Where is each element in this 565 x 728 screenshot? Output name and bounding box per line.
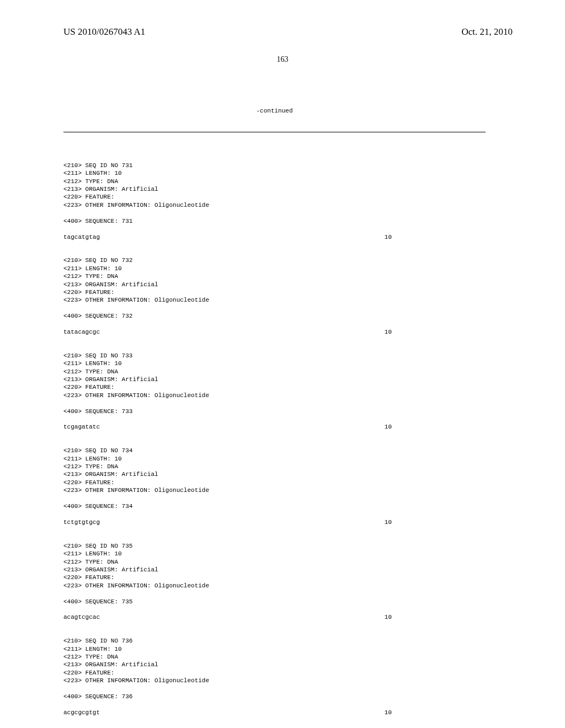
seq-type-line: <212> TYPE: DNA <box>63 653 486 661</box>
sequence-data-line: tctgtgtgcg10 <box>63 518 392 526</box>
seq-feature-line: <220> FEATURE: <box>63 383 486 391</box>
seq-type-line: <212> TYPE: DNA <box>63 178 486 185</box>
seq-length-line: <211> LENGTH: 10 <box>63 645 486 653</box>
blank-line <box>63 511 486 518</box>
sequence-entry: <210> SEQ ID NO 731<211> LENGTH: 10<212>… <box>63 162 486 249</box>
seq-otherinfo-line: <223> OTHER INFORMATION: Oligonucleotide <box>63 201 486 209</box>
sequence-entry: <210> SEQ ID NO 733<211> LENGTH: 10<212>… <box>63 352 486 439</box>
seq-organism-line: <213> ORGANISM: Artificial <box>63 661 486 668</box>
page-header: US 2010/0267043 A1 Oct. 21, 2010 <box>0 26 565 38</box>
seq-otherinfo-line: <223> OTHER INFORMATION: Oligonucleotide <box>63 296 486 304</box>
seq-otherinfo-line: <223> OTHER INFORMATION: Oligonucleotide <box>63 677 486 684</box>
seq-type-line: <212> TYPE: DNA <box>63 463 486 470</box>
seq-feature-line: <220> FEATURE: <box>63 574 486 581</box>
blank-line <box>63 590 486 597</box>
sequence-position: 10 <box>385 709 392 716</box>
seq-organism-line: <213> ORGANISM: Artificial <box>63 281 486 288</box>
publication-number: US 2010/0267043 A1 <box>63 26 145 38</box>
blank-line <box>63 399 486 407</box>
sequence-text: tcgagatatc <box>63 423 100 431</box>
seq-organism-line: <213> ORGANISM: Artificial <box>63 185 486 193</box>
sequence-position: 10 <box>385 613 392 621</box>
seq-length-line: <211> LENGTH: 10 <box>63 360 486 367</box>
sequence-position: 10 <box>385 423 392 431</box>
seq-id-line: <210> SEQ ID NO 735 <box>63 542 486 550</box>
seq-otherinfo-line: <223> OTHER INFORMATION: Oligonucleotide <box>63 392 486 399</box>
seq-organism-line: <213> ORGANISM: Artificial <box>63 470 486 478</box>
seq-id-line: <210> SEQ ID NO 732 <box>63 256 486 264</box>
blank-line <box>63 526 486 534</box>
seq-type-line: <212> TYPE: DNA <box>63 558 486 566</box>
blank-line <box>63 241 486 249</box>
sequence-data-line: tagcatgtag10 <box>63 233 392 241</box>
seq-organism-line: <213> ORGANISM: Artificial <box>63 566 486 574</box>
blank-line <box>63 700 486 708</box>
sequence-position: 10 <box>385 328 392 336</box>
seq-id-line: <210> SEQ ID NO 734 <box>63 447 486 454</box>
seq-id-line: <210> SEQ ID NO 731 <box>63 162 486 169</box>
blank-line <box>63 225 486 233</box>
sequence-position: 10 <box>385 518 392 526</box>
seq-feature-line: <220> FEATURE: <box>63 193 486 201</box>
blank-line <box>63 685 486 693</box>
sequence-data-line: acagtcgcac10 <box>63 613 392 621</box>
seq-type-line: <212> TYPE: DNA <box>63 368 486 376</box>
sequence-entry: <210> SEQ ID NO 736<211> LENGTH: 10<212>… <box>63 637 486 724</box>
seq-400-line: <400> SEQUENCE: 732 <box>63 312 486 320</box>
seq-400-line: <400> SEQUENCE: 734 <box>63 502 486 510</box>
sequence-entry: <210> SEQ ID NO 732<211> LENGTH: 10<212>… <box>63 256 486 344</box>
seq-length-line: <211> LENGTH: 10 <box>63 169 486 177</box>
blank-line <box>63 304 486 312</box>
sequence-entry: <210> SEQ ID NO 734<211> LENGTH: 10<212>… <box>63 447 486 534</box>
sequence-text: acagtcgcac <box>63 613 100 621</box>
blank-line <box>63 320 486 328</box>
seq-feature-line: <220> FEATURE: <box>63 669 486 677</box>
blank-line <box>63 716 486 724</box>
blank-line <box>63 622 486 629</box>
page-number: 163 <box>0 55 565 64</box>
seq-organism-line: <213> ORGANISM: Artificial <box>63 376 486 383</box>
sequence-data-line: tcgagatatc10 <box>63 423 392 431</box>
blank-line <box>63 209 486 217</box>
seq-otherinfo-line: <223> OTHER INFORMATION: Oligonucleotide <box>63 582 486 590</box>
seq-length-line: <211> LENGTH: 10 <box>63 265 486 272</box>
blank-line <box>63 336 486 344</box>
sequence-position: 10 <box>385 233 392 241</box>
sequence-text: tagcatgtag <box>63 233 100 241</box>
seq-feature-line: <220> FEATURE: <box>63 288 486 296</box>
sequence-text: tatacagcgc <box>63 328 100 336</box>
horizontal-rule <box>63 132 486 132</box>
blank-line <box>63 431 486 439</box>
seq-400-line: <400> SEQUENCE: 735 <box>63 598 486 606</box>
sequence-data-line: acgcgcgtgt10 <box>63 709 392 716</box>
sequence-listing: -continued <210> SEQ ID NO 731<211> LENG… <box>63 91 486 728</box>
seq-feature-line: <220> FEATURE: <box>63 479 486 486</box>
seq-id-line: <210> SEQ ID NO 733 <box>63 352 486 360</box>
publication-date: Oct. 21, 2010 <box>461 26 513 38</box>
seq-400-line: <400> SEQUENCE: 736 <box>63 693 486 700</box>
seq-type-line: <212> TYPE: DNA <box>63 272 486 280</box>
sequence-data-line: tatacagcgc10 <box>63 328 392 336</box>
seq-length-line: <211> LENGTH: 10 <box>63 550 486 558</box>
continued-label: -continued <box>63 107 486 115</box>
blank-line <box>63 415 486 423</box>
sequence-text: tctgtgtgcg <box>63 518 100 526</box>
blank-line <box>63 495 486 502</box>
sequence-text: acgcgcgtgt <box>63 709 100 716</box>
seq-400-line: <400> SEQUENCE: 733 <box>63 408 486 415</box>
sequence-entry: <210> SEQ ID NO 735<211> LENGTH: 10<212>… <box>63 542 486 629</box>
seq-length-line: <211> LENGTH: 10 <box>63 455 486 463</box>
blank-line <box>63 606 486 613</box>
seq-400-line: <400> SEQUENCE: 731 <box>63 217 486 225</box>
seq-otherinfo-line: <223> OTHER INFORMATION: Oligonucleotide <box>63 486 486 494</box>
seq-id-line: <210> SEQ ID NO 736 <box>63 637 486 645</box>
